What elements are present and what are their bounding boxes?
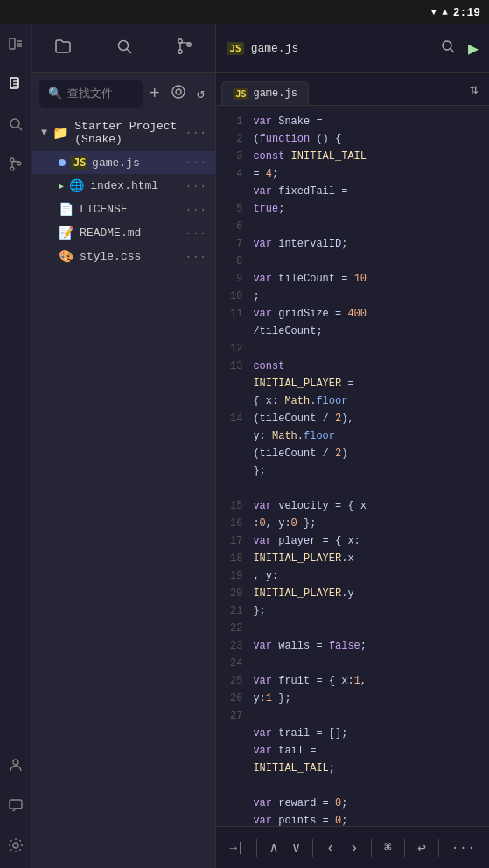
file-item-gamejs[interactable]: JS game.js ··· <box>32 151 215 174</box>
divider-1 <box>256 839 257 857</box>
file-name-gamejs: game.js <box>92 156 179 170</box>
git-icon[interactable] <box>3 152 28 177</box>
code-line-trail: var trail = []; <box>253 725 489 742</box>
code-line-8 <box>253 253 489 270</box>
js-icon: JS <box>71 156 87 170</box>
file-toolbar <box>32 24 215 73</box>
chat-icon[interactable] <box>3 793 28 817</box>
editor-topbar-left: JS game.js <box>227 42 298 55</box>
svg-point-19 <box>178 49 182 52</box>
file-more-readme[interactable]: ··· <box>185 226 206 240</box>
file-more-license[interactable]: ··· <box>185 203 206 217</box>
arrow-left-icon[interactable]: ‹ <box>321 836 339 860</box>
files-icon[interactable] <box>3 72 28 96</box>
search-bar[interactable]: 🔍 查找文件 <box>39 80 143 108</box>
status-bar: ▼ ▲ 2:19 <box>0 0 489 24</box>
code-line-2: (function () { <box>253 130 489 148</box>
cmd-icon[interactable]: ⌘ <box>380 836 396 859</box>
group-icon[interactable] <box>167 82 190 106</box>
folder-icon: 📁 <box>52 125 69 142</box>
code-line-17: (tileCount / 2), <box>253 410 489 427</box>
file-item-readme[interactable]: 📝 README.md ··· <box>32 221 215 245</box>
code-line-6 <box>253 218 489 235</box>
code-line-fruit1: var fruit = { x:1, <box>253 672 489 690</box>
file-item-indexhtml[interactable]: ▶ 🌐 index.html ··· <box>32 174 215 198</box>
tab-file-icon: JS <box>233 88 248 100</box>
icon-sidebar-bottom <box>3 753 28 858</box>
arrow-right-icon[interactable]: › <box>345 836 363 860</box>
file-tree: ▼ 📁 Starter Project (Snake) ··· JS game.… <box>32 111 215 868</box>
file-more-stylecss[interactable]: ··· <box>185 250 206 264</box>
code-line-14: const <box>253 358 489 375</box>
code-line-25: INITIAL_PLAYER.x <box>253 550 489 567</box>
editor-tab-gamejs[interactable]: JS game.js <box>221 81 308 105</box>
source-control-icon[interactable] <box>170 31 199 66</box>
code-line-1: var Snake = <box>253 113 489 130</box>
tab-filename: game.js <box>253 87 297 100</box>
search-file-icon[interactable] <box>109 31 139 66</box>
css-icon: 🎨 <box>59 249 74 264</box>
code-line-fruit2: y:1 }; <box>253 690 489 707</box>
code-line-23: :0, y:0 }; <box>253 515 489 532</box>
signal-icon: ▲ <box>442 7 448 17</box>
svg-point-11 <box>10 167 14 170</box>
search-global-icon[interactable] <box>3 112 28 136</box>
code-line-19: (tileCount / 2) <box>253 445 489 462</box>
search-placeholder: 查找文件 <box>67 86 134 101</box>
code-lines[interactable]: var Snake = (function () { const INITIAL… <box>249 106 489 826</box>
code-line-28: }; <box>253 602 489 620</box>
refresh-icon[interactable]: ↺ <box>193 83 209 104</box>
editor-panel: JS game.js ▶ JS game.js ⇅ <box>216 24 489 868</box>
svg-point-13 <box>13 760 18 765</box>
arrow-down-icon[interactable]: ∨ <box>288 836 305 860</box>
tab-bar: JS game.js ⇅ <box>216 73 489 106</box>
settings-icon[interactable] <box>3 833 28 858</box>
readme-icon: 📝 <box>59 226 74 240</box>
code-line-empty4 <box>253 777 489 795</box>
wifi-icon: ▼ <box>431 7 437 17</box>
file-more-gamejs[interactable]: ··· <box>185 156 206 170</box>
minimize-icon[interactable] <box>3 31 28 56</box>
code-line-4a: = 4; <box>253 165 489 183</box>
svg-point-16 <box>118 40 128 50</box>
divider-4 <box>404 839 405 857</box>
undo-icon[interactable]: ↩ <box>413 836 430 860</box>
code-area[interactable]: 1 2 3 4 5 6 7 8 9 10 11 12 13 14 <box>216 106 489 826</box>
code-line-empty2 <box>253 655 489 672</box>
code-line-12: /tileCount; <box>253 323 489 340</box>
file-more-indexhtml[interactable]: ··· <box>185 179 206 193</box>
code-line-reward: var reward = 0; <box>253 795 489 812</box>
code-line-4b: var fixedTail = <box>253 183 489 200</box>
sort-icon[interactable]: ⇅ <box>465 80 484 98</box>
main-layout: 🔍 查找文件 + ↺ ▼ 📁 Starter Project (Snake) ·… <box>0 24 489 868</box>
folder-starter-project[interactable]: ▼ 📁 Starter Project (Snake) ··· <box>32 115 215 151</box>
folder-open-icon[interactable] <box>48 31 78 66</box>
divider-2 <box>312 839 313 857</box>
code-line-5: true; <box>253 200 489 218</box>
run-button[interactable]: ▶ <box>468 38 479 59</box>
folder-more-icon[interactable]: ··· <box>185 126 206 140</box>
more-icon[interactable]: ··· <box>447 837 480 858</box>
editor-filename: game.js <box>251 42 299 55</box>
code-line-7: var intervalID; <box>253 235 489 253</box>
html-icon: 🌐 <box>69 178 85 193</box>
line-numbers: 1 2 3 4 5 6 7 8 9 10 11 12 13 14 <box>216 106 249 826</box>
code-line-21 <box>253 480 489 497</box>
arrow-up-icon[interactable]: ∧ <box>265 836 283 860</box>
user-icon[interactable] <box>3 753 28 777</box>
file-name-stylecss: style.css <box>80 250 179 263</box>
svg-point-8 <box>10 119 19 128</box>
editor-search-icon[interactable] <box>440 38 456 59</box>
license-icon: 📄 <box>59 202 74 217</box>
file-name-license: LICENSE <box>80 203 179 216</box>
file-item-stylecss[interactable]: 🎨 style.css ··· <box>32 245 215 268</box>
file-status-dot <box>59 159 66 166</box>
file-item-license[interactable]: 📄 LICENSE ··· <box>32 198 215 221</box>
code-line-walls: var walls = false; <box>253 637 489 655</box>
folder-name: Starter Project (Snake) <box>74 120 179 146</box>
new-file-icon[interactable]: + <box>146 82 164 106</box>
code-line-15a: INITIAL_PLAYER = <box>253 375 489 392</box>
code-line-3: const INITIAL_TAIL <box>253 148 489 165</box>
indent-icon[interactable]: →| <box>225 837 248 858</box>
status-time: 2:19 <box>453 6 480 19</box>
